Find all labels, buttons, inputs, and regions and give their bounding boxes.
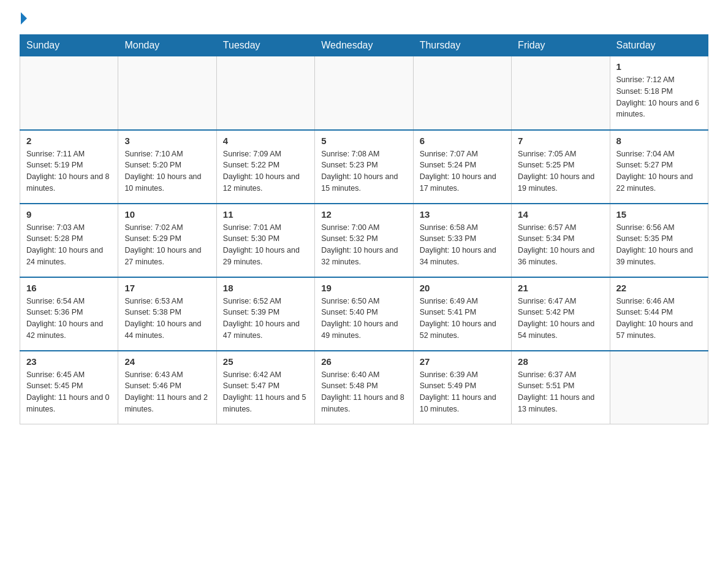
calendar-cell: 16Sunrise: 6:54 AMSunset: 5:36 PMDayligh…	[20, 277, 118, 351]
calendar-cell: 14Sunrise: 6:57 AMSunset: 5:34 PMDayligh…	[512, 204, 610, 277]
weekday-header-sunday: Sunday	[20, 35, 118, 56]
calendar-cell: 27Sunrise: 6:39 AMSunset: 5:49 PMDayligh…	[413, 351, 511, 424]
day-number: 8	[616, 136, 702, 146]
day-number: 14	[518, 209, 603, 220]
calendar-cell	[20, 56, 118, 130]
day-info: Sunrise: 6:45 AMSunset: 5:45 PMDaylight:…	[26, 369, 112, 415]
day-number: 26	[321, 356, 406, 367]
day-number: 28	[518, 356, 603, 367]
day-number: 1	[616, 61, 702, 72]
day-number: 21	[518, 283, 603, 293]
calendar-cell: 1Sunrise: 7:12 AMSunset: 5:18 PMDaylight…	[610, 56, 708, 130]
day-number: 15	[616, 209, 702, 220]
logo	[20, 15, 27, 25]
day-number: 5	[321, 136, 406, 146]
calendar-cell	[413, 56, 511, 130]
calendar-cell: 9Sunrise: 7:03 AMSunset: 5:28 PMDaylight…	[20, 204, 118, 277]
day-info: Sunrise: 6:47 AMSunset: 5:42 PMDaylight:…	[518, 296, 603, 342]
day-number: 16	[26, 283, 112, 293]
calendar-cell: 26Sunrise: 6:40 AMSunset: 5:48 PMDayligh…	[315, 351, 413, 424]
day-info: Sunrise: 7:10 AMSunset: 5:20 PMDaylight:…	[124, 148, 210, 194]
day-info: Sunrise: 6:52 AMSunset: 5:39 PMDaylight:…	[223, 296, 308, 342]
calendar-cell: 15Sunrise: 6:56 AMSunset: 5:35 PMDayligh…	[610, 204, 708, 277]
calendar-week-row: 2Sunrise: 7:11 AMSunset: 5:19 PMDaylight…	[20, 130, 708, 204]
calendar-header-row: SundayMondayTuesdayWednesdayThursdayFrid…	[20, 35, 708, 56]
weekday-header-wednesday: Wednesday	[315, 35, 413, 56]
day-info: Sunrise: 6:54 AMSunset: 5:36 PMDaylight:…	[26, 296, 112, 342]
day-info: Sunrise: 6:37 AMSunset: 5:51 PMDaylight:…	[518, 369, 603, 415]
weekday-header-monday: Monday	[118, 35, 216, 56]
day-info: Sunrise: 6:42 AMSunset: 5:47 PMDaylight:…	[223, 369, 308, 415]
calendar-cell	[610, 351, 708, 424]
day-info: Sunrise: 7:04 AMSunset: 5:27 PMDaylight:…	[616, 148, 702, 194]
day-info: Sunrise: 7:02 AMSunset: 5:29 PMDaylight:…	[124, 222, 210, 268]
day-number: 7	[518, 136, 603, 146]
calendar-cell: 8Sunrise: 7:04 AMSunset: 5:27 PMDaylight…	[610, 130, 708, 204]
calendar-week-row: 23Sunrise: 6:45 AMSunset: 5:45 PMDayligh…	[20, 351, 708, 424]
day-number: 20	[420, 283, 505, 293]
calendar-cell	[512, 56, 610, 130]
day-number: 9	[26, 209, 112, 220]
day-info: Sunrise: 7:00 AMSunset: 5:32 PMDaylight:…	[321, 222, 406, 268]
day-number: 18	[223, 283, 308, 293]
day-number: 4	[223, 136, 308, 146]
calendar-cell	[118, 56, 216, 130]
weekday-header-thursday: Thursday	[413, 35, 511, 56]
weekday-header-saturday: Saturday	[610, 35, 708, 56]
day-number: 3	[124, 136, 210, 146]
calendar-cell: 2Sunrise: 7:11 AMSunset: 5:19 PMDaylight…	[20, 130, 118, 204]
weekday-header-friday: Friday	[512, 35, 610, 56]
calendar-week-row: 16Sunrise: 6:54 AMSunset: 5:36 PMDayligh…	[20, 277, 708, 351]
calendar-table: SundayMondayTuesdayWednesdayThursdayFrid…	[20, 34, 708, 424]
day-number: 13	[420, 209, 505, 220]
calendar-cell: 20Sunrise: 6:49 AMSunset: 5:41 PMDayligh…	[413, 277, 511, 351]
calendar-cell: 7Sunrise: 7:05 AMSunset: 5:25 PMDaylight…	[512, 130, 610, 204]
day-info: Sunrise: 6:43 AMSunset: 5:46 PMDaylight:…	[124, 369, 210, 415]
calendar-week-row: 1Sunrise: 7:12 AMSunset: 5:18 PMDaylight…	[20, 56, 708, 130]
day-info: Sunrise: 6:56 AMSunset: 5:35 PMDaylight:…	[616, 222, 702, 268]
day-info: Sunrise: 6:49 AMSunset: 5:41 PMDaylight:…	[420, 296, 505, 342]
day-info: Sunrise: 6:46 AMSunset: 5:44 PMDaylight:…	[616, 296, 702, 342]
day-info: Sunrise: 7:12 AMSunset: 5:18 PMDaylight:…	[616, 74, 702, 120]
calendar-cell: 24Sunrise: 6:43 AMSunset: 5:46 PMDayligh…	[118, 351, 216, 424]
day-info: Sunrise: 6:50 AMSunset: 5:40 PMDaylight:…	[321, 296, 406, 342]
day-info: Sunrise: 6:57 AMSunset: 5:34 PMDaylight:…	[518, 222, 603, 268]
day-number: 10	[124, 209, 210, 220]
day-number: 6	[420, 136, 505, 146]
calendar-cell: 19Sunrise: 6:50 AMSunset: 5:40 PMDayligh…	[315, 277, 413, 351]
day-info: Sunrise: 6:40 AMSunset: 5:48 PMDaylight:…	[321, 369, 406, 415]
weekday-header-tuesday: Tuesday	[216, 35, 314, 56]
day-number: 27	[420, 356, 505, 367]
day-info: Sunrise: 7:03 AMSunset: 5:28 PMDaylight:…	[26, 222, 112, 268]
day-info: Sunrise: 7:09 AMSunset: 5:22 PMDaylight:…	[223, 148, 308, 194]
calendar-cell: 11Sunrise: 7:01 AMSunset: 5:30 PMDayligh…	[216, 204, 314, 277]
calendar-cell	[315, 56, 413, 130]
day-number: 19	[321, 283, 406, 293]
day-number: 12	[321, 209, 406, 220]
page-header	[20, 15, 708, 25]
logo-arrow-icon	[21, 12, 27, 25]
calendar-cell: 25Sunrise: 6:42 AMSunset: 5:47 PMDayligh…	[216, 351, 314, 424]
day-number: 23	[26, 356, 112, 367]
calendar-cell: 13Sunrise: 6:58 AMSunset: 5:33 PMDayligh…	[413, 204, 511, 277]
calendar-cell: 4Sunrise: 7:09 AMSunset: 5:22 PMDaylight…	[216, 130, 314, 204]
day-number: 24	[124, 356, 210, 367]
day-info: Sunrise: 7:07 AMSunset: 5:24 PMDaylight:…	[420, 148, 505, 194]
day-info: Sunrise: 7:11 AMSunset: 5:19 PMDaylight:…	[26, 148, 112, 194]
calendar-week-row: 9Sunrise: 7:03 AMSunset: 5:28 PMDaylight…	[20, 204, 708, 277]
day-number: 11	[223, 209, 308, 220]
day-info: Sunrise: 6:58 AMSunset: 5:33 PMDaylight:…	[420, 222, 505, 268]
calendar-cell: 22Sunrise: 6:46 AMSunset: 5:44 PMDayligh…	[610, 277, 708, 351]
day-info: Sunrise: 7:01 AMSunset: 5:30 PMDaylight:…	[223, 222, 308, 268]
calendar-cell: 6Sunrise: 7:07 AMSunset: 5:24 PMDaylight…	[413, 130, 511, 204]
calendar-cell: 28Sunrise: 6:37 AMSunset: 5:51 PMDayligh…	[512, 351, 610, 424]
calendar-cell: 5Sunrise: 7:08 AMSunset: 5:23 PMDaylight…	[315, 130, 413, 204]
day-number: 2	[26, 136, 112, 146]
calendar-cell: 18Sunrise: 6:52 AMSunset: 5:39 PMDayligh…	[216, 277, 314, 351]
day-info: Sunrise: 7:08 AMSunset: 5:23 PMDaylight:…	[321, 148, 406, 194]
day-number: 17	[124, 283, 210, 293]
day-number: 25	[223, 356, 308, 367]
day-info: Sunrise: 6:39 AMSunset: 5:49 PMDaylight:…	[420, 369, 505, 415]
calendar-cell: 17Sunrise: 6:53 AMSunset: 5:38 PMDayligh…	[118, 277, 216, 351]
calendar-cell: 3Sunrise: 7:10 AMSunset: 5:20 PMDaylight…	[118, 130, 216, 204]
